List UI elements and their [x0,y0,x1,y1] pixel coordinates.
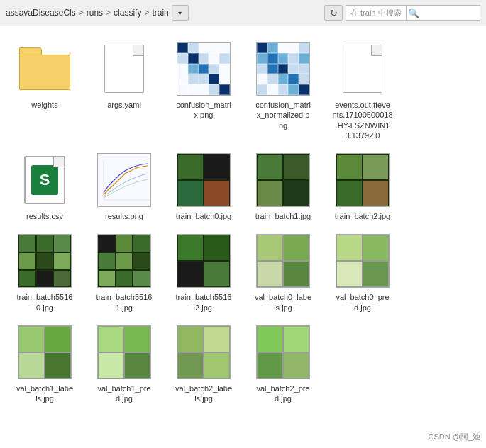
sep1: > [79,8,84,18]
watermark: CSDN @阿_池 [428,432,480,442]
file-label-val-batch0-labels: val_batch0_labels.jpg [255,292,311,313]
breadcrumb-train[interactable]: train [152,8,168,18]
thumb-train-batch2 [334,152,391,208]
file-item-confusion-norm[interactable]: confusion_matrix_normalized.png [244,35,322,145]
thumb-confusion-norm [255,40,311,97]
breadcrumb-runs[interactable]: runs [87,8,103,18]
file-item-train-batch0[interactable]: train_batch0.jpg [165,146,243,225]
file-label-val-batch1-labels: val_batch1_labels.jpg [16,383,73,404]
thumb-val-batch2-labels [175,324,232,381]
thumb-train-batch0 [175,152,232,208]
file-item-val-batch1-pred[interactable]: val_batch1_pred.jpg [85,318,163,408]
sep3: > [144,8,149,18]
file-grid: weights args.yaml confusion_matrix.png [0,26,486,448]
file-item-train-batch1[interactable]: train_batch1.jpg [244,146,322,225]
file-item-events[interactable]: events.out.tfevents.17100500018.HY-LSZNW… [324,35,402,145]
file-item-val-batch2-pred[interactable]: val_batch2_pred.jpg [244,318,322,408]
thumb-results-png [96,152,153,208]
thumb-val-batch0-labels [255,233,311,289]
breadcrumb-classify[interactable]: classify [114,8,141,18]
file-item-confusion-matrix[interactable]: confusion_matrix.png [165,35,243,145]
file-item-val-batch2-labels[interactable]: val_batch2_labels.jpg [165,318,243,408]
file-label-val-batch1-pred: val_batch1_pred.jpg [97,383,150,404]
file-item-val-batch1-labels[interactable]: val_batch1_labels.jpg [6,318,84,408]
file-item-args-yaml[interactable]: args.yaml [85,35,163,145]
file-item-results-csv[interactable]: S results.csv [6,146,84,225]
thumb-train-batch55161 [96,233,153,289]
file-item-val-batch0-pred[interactable]: val_batch0_pred.jpg [324,227,402,317]
file-label-val-batch2-pred: val_batch2_pred.jpg [256,383,309,404]
file-label-args: args.yaml [107,100,141,110]
search-box: 在 train 中搜索 🔍 [346,5,480,21]
file-label-weights: weights [31,100,57,110]
thumb-val-batch1-labels [16,324,73,381]
page-icon-args [96,40,153,97]
file-item-weights[interactable]: weights [6,35,84,145]
breadcrumb-cassava[interactable]: assavaDiseaseCls [6,8,76,18]
file-label-train-batch0: train_batch0.jpg [176,211,231,221]
file-item-val-batch0-labels[interactable]: val_batch0_labels.jpg [244,227,322,317]
thumb-val-batch2-pred [255,324,311,381]
search-button[interactable]: 🔍 [406,5,421,21]
breadcrumb: assavaDiseaseCls > runs > classify > tra… [6,5,321,21]
file-label-results-csv: results.csv [26,211,63,221]
page-icon-events [334,40,391,97]
file-label-confusion-matrix: confusion_matrix.png [176,100,231,121]
address-bar: assavaDiseaseCls > runs > classify > tra… [0,0,486,26]
file-label-train-batch1: train_batch1.jpg [255,211,311,221]
file-label-train-batch55160: train_batch55160.jpg [17,292,73,313]
sep2: > [106,8,111,18]
file-item-results-png[interactable]: results.png [85,146,163,225]
file-label-train-batch55161: train_batch55161.jpg [96,292,153,313]
csv-icon: S [16,152,73,208]
file-label-train-batch55162: train_batch55162.jpg [176,292,232,313]
thumb-confusion-matrix [175,40,232,97]
file-label-val-batch2-labels: val_batch2_labels.jpg [175,383,232,404]
file-label-confusion-norm: confusion_matrix_normalized.png [255,100,311,130]
thumb-train-batch55160 [16,233,73,289]
file-label-train-batch2: train_batch2.jpg [335,211,390,221]
thumb-val-batch0-pred [334,233,391,289]
file-item-train-batch55162[interactable]: train_batch55162.jpg [165,227,243,317]
breadcrumb-dropdown[interactable]: ▾ [172,5,189,21]
file-label-val-batch0-pred: val_batch0_pred.jpg [336,292,389,313]
thumb-train-batch1 [255,152,311,208]
search-placeholder: 在 train 中搜索 [346,8,406,18]
thumb-train-batch55162 [175,233,232,289]
folder-icon-weights [16,40,73,97]
thumb-val-batch1-pred [96,324,153,381]
file-item-train-batch55160[interactable]: train_batch55160.jpg [6,227,84,317]
file-label-results-png: results.png [105,211,143,221]
file-label-events: events.out.tfevents.17100500018.HY-LSZNW… [332,100,392,140]
file-item-train-batch55161[interactable]: train_batch55161.jpg [85,227,163,317]
file-item-train-batch2[interactable]: train_batch2.jpg [324,146,402,225]
refresh-button[interactable]: ↻ [324,5,343,21]
